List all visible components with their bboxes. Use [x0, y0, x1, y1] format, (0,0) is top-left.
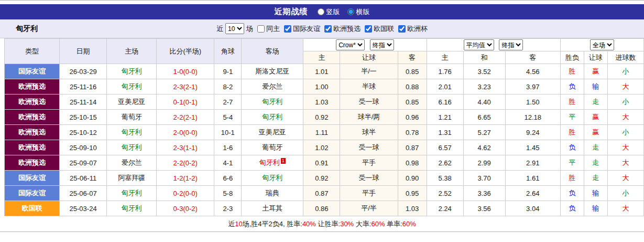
- handicap-result: 走: [584, 94, 607, 110]
- home-team-link[interactable]: 阿塞拜疆: [107, 171, 157, 186]
- away-team-link[interactable]: 匈牙利1: [242, 155, 303, 171]
- europe-odds-time-select[interactable]: 终指: [499, 39, 523, 50]
- near-label: 近: [216, 24, 223, 34]
- home-team-link[interactable]: 葡萄牙: [107, 110, 157, 125]
- match-type-badge: 国际友谊: [5, 171, 60, 186]
- bookmaker-home-odds: 1.00: [303, 79, 340, 94]
- match-date: 25-10-12: [60, 125, 107, 140]
- match-score-link[interactable]: 2-3(2-1): [157, 79, 214, 94]
- away-team-link[interactable]: 土耳其: [242, 201, 303, 216]
- col-header-score: 比分(半场): [157, 39, 214, 64]
- goal-total-result: 小: [607, 94, 643, 110]
- win-loss-result: 胜: [560, 64, 584, 79]
- home-team-link[interactable]: 匈牙利: [107, 186, 157, 201]
- home-team-link[interactable]: 匈牙利: [107, 201, 157, 216]
- col-header-handicap-result: 让球: [584, 51, 607, 64]
- avg-away-odds: 12.18: [505, 110, 560, 125]
- average-select[interactable]: 平均值: [464, 39, 494, 50]
- filter-bar: 匈牙利 近 10 场 同主国际友谊欧洲预选欧国联欧洲杯: [0, 19, 644, 38]
- match-row: 欧洲预选25-09-07爱尔兰2-2(0-2)4-1匈牙利10.91平手0.98…: [5, 155, 644, 171]
- home-team-link[interactable]: 亚美尼亚: [107, 94, 157, 110]
- match-score-link[interactable]: 0-3(0-2): [157, 201, 214, 216]
- bookmaker-away-odds: 0.95: [398, 186, 427, 201]
- avg-home-odds: 2.01: [427, 79, 463, 94]
- bookmaker-away-odds: 0.78: [398, 125, 427, 140]
- avg-draw-odds: 3.23: [463, 79, 505, 94]
- checkbox-input[interactable]: [398, 25, 406, 33]
- home-team-link[interactable]: 匈牙利: [107, 79, 157, 94]
- away-team-link[interactable]: 瑞典: [242, 186, 303, 201]
- handicap-result: 输: [584, 186, 607, 201]
- bookmaker-home-odds: 0.92: [303, 110, 340, 125]
- avg-away-odds: 3.97: [505, 79, 560, 94]
- win-loss-result: 胜: [560, 171, 584, 186]
- match-score-link[interactable]: 1-2(1-2): [157, 171, 214, 186]
- summary-segment: 场,胜4平2负4, 胜率:: [243, 219, 302, 229]
- avg-draw-odds: 5.27: [463, 125, 505, 140]
- match-row: 欧洲预选25-11-14亚美尼亚0-1(0-1)2-7匈牙利1.03受一球0.8…: [5, 94, 644, 110]
- avg-draw-odds: 3.52: [463, 64, 505, 79]
- goal-total-result: 大: [607, 140, 643, 155]
- match-score-link[interactable]: 2-2(2-1): [157, 110, 214, 125]
- match-score-link[interactable]: 2-2(0-2): [157, 155, 214, 171]
- filter-checkbox-0[interactable]: 同主: [257, 24, 280, 34]
- checkbox-input[interactable]: [365, 25, 372, 33]
- match-score-link[interactable]: 0-2(0-0): [157, 186, 214, 201]
- corner-count: 2-3: [214, 201, 242, 216]
- match-score-link[interactable]: 0-1(0-1): [157, 94, 214, 110]
- filter-checkbox-1[interactable]: 国际友谊: [284, 24, 320, 34]
- match-count-select[interactable]: 10: [225, 23, 244, 34]
- checkbox-input[interactable]: [324, 25, 332, 33]
- filter-checkbox-2[interactable]: 欧洲预选: [324, 24, 361, 34]
- match-row: 欧洲预选25-10-12匈牙利2-0(0-0)10-1亚美尼亚1.11球半0.7…: [5, 125, 644, 140]
- bookmaker-odds-time-select[interactable]: 终指: [370, 39, 394, 50]
- match-score-link[interactable]: 1-0(0-0): [157, 64, 214, 79]
- win-loss-result: 负: [560, 201, 584, 216]
- avg-draw-odds: 4.40: [463, 94, 505, 110]
- home-team-link[interactable]: 爱尔兰: [107, 155, 157, 171]
- away-team-link[interactable]: 匈牙利: [242, 171, 303, 186]
- away-team-link[interactable]: 斯洛文尼亚: [242, 64, 303, 79]
- bookmaker-handicap: 球半/两: [340, 110, 398, 125]
- bookmaker-home-odds: 0.86: [303, 201, 340, 216]
- home-team-link[interactable]: 匈牙利: [107, 140, 157, 155]
- match-date: 25-11-16: [60, 79, 107, 94]
- red-card-badge: 1: [281, 158, 286, 164]
- away-team-link[interactable]: 爱尔兰: [242, 79, 303, 94]
- home-team-link[interactable]: 匈牙利: [107, 64, 157, 79]
- fulltime-select[interactable]: 全场: [590, 39, 614, 50]
- checkbox-input[interactable]: [257, 25, 265, 33]
- home-team-link[interactable]: 匈牙利: [107, 125, 157, 140]
- win-loss-result: 平: [560, 155, 584, 171]
- summary-segment: 30%: [340, 220, 354, 228]
- bookmaker-home-odds: 0.87: [303, 186, 340, 201]
- away-team-link[interactable]: 亚美尼亚: [242, 125, 303, 140]
- summary-segment: 60%: [402, 220, 416, 228]
- match-score-link[interactable]: 2-0(0-0): [157, 125, 214, 140]
- filter-checkbox-4[interactable]: 欧洲杯: [398, 24, 428, 34]
- bookmaker-away-odds: 0.98: [398, 155, 427, 171]
- avg-away-odds: 1.61: [505, 171, 560, 186]
- results-table: 类型 日期 主场 比分(半场) 角球 客场 Crow* 终指 平均值 终指 全场: [4, 38, 644, 216]
- handicap-result: 赢: [584, 125, 607, 140]
- away-team-link[interactable]: 匈牙利: [242, 94, 303, 110]
- summary-segment: 60%: [371, 220, 385, 228]
- corner-count: 8-2: [214, 79, 242, 94]
- radio-input[interactable]: [347, 8, 354, 15]
- away-team-link[interactable]: 匈牙利: [242, 110, 303, 125]
- horizontal-layout-radio[interactable]: 横版: [347, 7, 370, 17]
- panel-title: 近期战绩: [275, 7, 308, 17]
- bookmaker-select[interactable]: Crow*: [336, 39, 365, 50]
- checkbox-label-text: 同主: [266, 24, 280, 34]
- radio-input[interactable]: [318, 8, 324, 15]
- summary-segment: 40%: [302, 220, 316, 228]
- filter-checkbox-3[interactable]: 欧国联: [365, 24, 394, 34]
- bookmaker-home-odds: 1.01: [303, 64, 340, 79]
- bookmaker-home-odds: 1.03: [303, 94, 340, 110]
- handicap-result: 输: [584, 79, 607, 94]
- average-dropdown-cell: 平均值 终指: [427, 39, 560, 51]
- vertical-layout-radio[interactable]: 竖版: [318, 7, 340, 17]
- match-score-link[interactable]: 2-3(1-1): [157, 140, 214, 155]
- checkbox-input[interactable]: [284, 25, 291, 33]
- away-team-link[interactable]: 葡萄牙: [242, 140, 303, 155]
